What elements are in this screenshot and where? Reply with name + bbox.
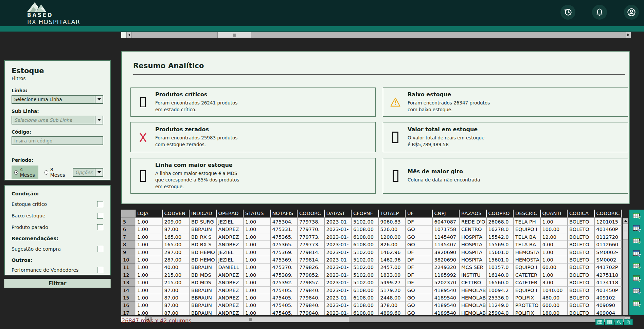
- column-header-uf[interactable]: UF: [406, 210, 433, 217]
- table-cell[interactable]: 6108.00: [352, 309, 379, 315]
- table-cell[interactable]: TELA BA: [514, 241, 541, 248]
- row-index[interactable]: 6: [121, 226, 136, 233]
- table-cell[interactable]: BOLETO: [568, 256, 595, 264]
- table-cell[interactable]: 475389.: [271, 271, 298, 279]
- table-cell[interactable]: EQUIPO I: [514, 264, 541, 271]
- opcoes-dropdown-button[interactable]: [95, 169, 103, 176]
- table-tool-button-6[interactable]: [632, 274, 641, 283]
- table-cell[interactable]: 1071758: [433, 226, 460, 233]
- account-button[interactable]: [624, 5, 639, 20]
- table-cell[interactable]: 779826.: [298, 264, 325, 271]
- zoom-in-button[interactable]: [624, 319, 633, 325]
- table-cell[interactable]: 6108.00: [352, 302, 379, 309]
- table-cell[interactable]: 5499.27: [379, 279, 406, 286]
- table-cell[interactable]: HOSPITA: [460, 241, 487, 248]
- table-cell[interactable]: 779840.: [298, 309, 325, 315]
- table-cell[interactable]: 475370.: [271, 264, 298, 271]
- table-cell[interactable]: BOLETO: [568, 302, 595, 309]
- table-cell[interactable]: BBRAUN: [190, 294, 217, 302]
- table-cell[interactable]: ANDREZ: [217, 279, 244, 286]
- table-cell[interactable]: ANDREZ: [217, 309, 244, 315]
- opcoes-select[interactable]: Opções: [73, 168, 103, 177]
- row-index[interactable]: 8: [121, 241, 136, 248]
- table-cell[interactable]: ANDREZ: [217, 302, 244, 309]
- column-header-operad[interactable]: OPERAD: [217, 210, 244, 217]
- table-cell[interactable]: 475392.: [271, 279, 298, 286]
- table-cell[interactable]: HEMOLAB: [460, 287, 487, 294]
- table-cell[interactable]: 1.00: [136, 256, 163, 264]
- table-cell[interactable]: HEMOLAB: [460, 294, 487, 302]
- table-cell[interactable]: 6108.00: [352, 294, 379, 302]
- table-cell[interactable]: MCS SER: [460, 264, 487, 271]
- table-cell[interactable]: 2023-01-: [325, 264, 352, 271]
- row-index[interactable]: 5: [121, 218, 136, 226]
- table-cell[interactable]: 401450P: [595, 287, 622, 294]
- row-index[interactable]: 7: [121, 233, 136, 241]
- table-cell[interactable]: JEZIEL: [217, 218, 244, 226]
- table-cell[interactable]: 1200.00: [379, 233, 406, 241]
- sub-linha-dropdown-button[interactable]: [95, 116, 103, 124]
- table-cell[interactable]: 10094.2: [487, 287, 514, 294]
- table-cell[interactable]: HOSPITA: [460, 256, 487, 264]
- table-cell[interactable]: BOLETO: [568, 249, 595, 256]
- scroll-up-button[interactable]: [623, 218, 628, 224]
- column-header-loja[interactable]: LOJA: [136, 210, 163, 217]
- table-cell[interactable]: 2023-01-: [325, 218, 352, 226]
- zoom-out-button[interactable]: [614, 319, 623, 325]
- column-header-codpro[interactable]: CODPRO: [487, 210, 514, 217]
- table-cell[interactable]: 378.00: [379, 302, 406, 309]
- table-horizontal-scrollbar[interactable]: [145, 316, 630, 322]
- table-cell[interactable]: 4189540: [433, 309, 460, 315]
- scroll-right-button[interactable]: [626, 32, 631, 38]
- table-cell[interactable]: GO: [406, 287, 433, 294]
- table-cell[interactable]: 87.00: [163, 226, 190, 233]
- table-cell[interactable]: BOLETO: [568, 287, 595, 294]
- table-cell[interactable]: BD HEMO: [190, 256, 217, 264]
- table-cell[interactable]: 3.00: [541, 279, 568, 286]
- table-tool-button-1[interactable]: [632, 212, 641, 220]
- scroll-left-button[interactable]: [126, 32, 132, 38]
- table-cell[interactable]: 1.00: [136, 309, 163, 315]
- table-cell[interactable]: 2448.00: [379, 294, 406, 302]
- table-cell[interactable]: BOLETO: [568, 241, 595, 248]
- row-index[interactable]: 10: [121, 256, 136, 264]
- table-cell[interactable]: GO: [406, 309, 433, 315]
- row-index[interactable]: 11: [121, 264, 136, 271]
- table-cell[interactable]: 401460P: [595, 226, 622, 233]
- table-tool-button-8[interactable]: [632, 299, 641, 308]
- table-cell[interactable]: CATETER: [514, 271, 541, 279]
- table-cell[interactable]: 1.00: [541, 256, 568, 264]
- table-cell[interactable]: 779773.: [298, 233, 325, 241]
- row-index[interactable]: 9: [121, 249, 136, 256]
- table-cell[interactable]: CETTRO: [460, 279, 487, 286]
- table-cell[interactable]: 475365.: [271, 233, 298, 241]
- table-cell[interactable]: 16140.0: [487, 271, 514, 279]
- table-cell[interactable]: 5102.00: [352, 271, 379, 279]
- table-cell[interactable]: 3820690: [433, 256, 460, 264]
- columns-view-button[interactable]: [605, 319, 614, 325]
- table-cell[interactable]: DF: [406, 218, 433, 226]
- table-cell[interactable]: 779773.: [298, 241, 325, 248]
- table-view-button[interactable]: [595, 319, 604, 325]
- table-cell[interactable]: TELA BA: [514, 233, 541, 241]
- table-tool-button-5[interactable]: [632, 262, 641, 270]
- column-header-status[interactable]: STATUS: [244, 210, 271, 217]
- table-cell[interactable]: BOLETO: [568, 233, 595, 241]
- table-cell[interactable]: 4.00: [541, 241, 568, 248]
- linha-dropdown-button[interactable]: [95, 96, 103, 103]
- table-cell[interactable]: BBRAUN: [190, 287, 217, 294]
- table-cell[interactable]: 1.00: [244, 226, 271, 233]
- table-cell[interactable]: 2023-01-: [325, 271, 352, 279]
- table-cell[interactable]: GO: [406, 233, 433, 241]
- table-cell[interactable]: 6108.00: [352, 241, 379, 248]
- table-cell[interactable]: 9060.83: [379, 218, 406, 226]
- table-cell[interactable]: 409090: [595, 302, 622, 309]
- table-cell[interactable]: 0112660: [595, 241, 622, 248]
- table-cell[interactable]: 12.00: [541, 233, 568, 241]
- table-cell[interactable]: BOLETO: [568, 271, 595, 279]
- sugestao-compra-checkbox[interactable]: [97, 246, 103, 252]
- table-cell[interactable]: 2023-01-: [325, 294, 352, 302]
- table-cell[interactable]: ANDREZ: [217, 233, 244, 241]
- table-cell[interactable]: 0112720: [595, 233, 622, 241]
- table-cell[interactable]: EQUIPO I: [514, 226, 541, 233]
